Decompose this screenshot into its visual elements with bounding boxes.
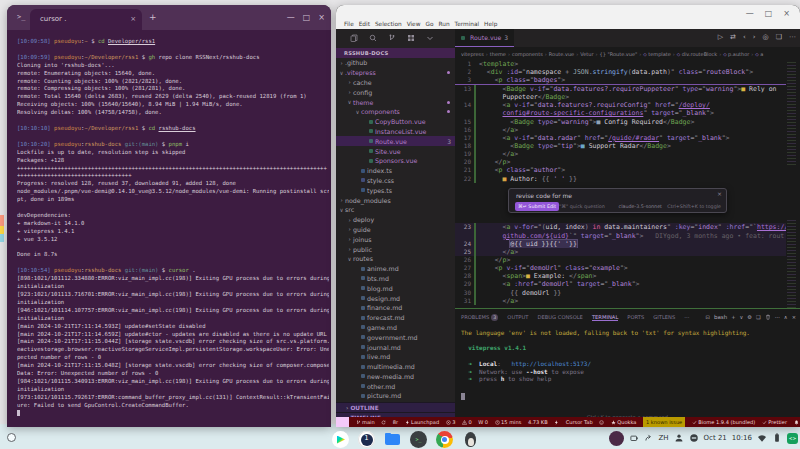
explorer-item-route-vue[interactable]: Route.vue3 — [336, 136, 455, 146]
explorer-item-copybutton-vue[interactable]: CopyButton.vue — [336, 117, 455, 127]
status-item-quokka[interactable]: Quokka — [611, 419, 637, 425]
menu-file[interactable]: File — [344, 21, 354, 27]
explorer-item-style-css[interactable]: style.css — [336, 176, 455, 186]
vscode-close-button[interactable]: × — [783, 9, 790, 18]
menu-terminal[interactable]: Terminal — [455, 21, 480, 27]
explorer-section-header[interactable]: RSSHUB-DOCS — [336, 48, 455, 58]
more-actions-icon[interactable]: ⋯ — [789, 33, 796, 41]
menu-run[interactable]: Run — [438, 21, 449, 27]
minimap[interactable] — [786, 60, 800, 308]
run-icon[interactable]: ▷ — [718, 33, 723, 41]
status-item[interactable] — [381, 420, 386, 425]
explorer-item-theme[interactable]: ∨theme — [336, 97, 455, 107]
explorer-item--vitepress[interactable]: ∨.vitepress — [336, 68, 455, 78]
explorer-item-cache[interactable]: ›cache — [336, 78, 455, 88]
submit-edit-button[interactable]: ⌘↵ Submit Edit — [515, 202, 559, 211]
menu-help[interactable]: Help — [484, 21, 497, 27]
breadcrumb-item[interactable]: Vetur — [580, 51, 593, 57]
widget-close-icon[interactable]: × — [717, 190, 722, 197]
status-item-biome-1-9-4-bundled-[interactable]: Biome 1.9.4 (bundled) — [692, 419, 756, 425]
panel-close-icon[interactable]: × — [792, 314, 796, 320]
status-item-launchpad[interactable]: Launchpad — [405, 419, 440, 425]
sidebar-section-outline[interactable]: › OUTLINE — [336, 402, 455, 412]
status-item-prettier[interactable]: Prettier — [762, 419, 787, 425]
explorer-item-other-md[interactable]: other.md — [336, 381, 455, 391]
status-item[interactable] — [794, 420, 799, 425]
shelf-app-chrome[interactable] — [436, 431, 453, 448]
breadcrumb-item[interactable]: vitepress — [461, 51, 484, 57]
status-item-8r[interactable]: 8r — [393, 419, 398, 425]
widget-input[interactable]: revise code for me — [516, 192, 572, 199]
settings-gear-icon[interactable]: ⚙ — [747, 314, 752, 320]
explorer-item-guide[interactable]: ›guide — [336, 225, 455, 235]
explorer-item-types-ts[interactable]: types.ts — [336, 185, 455, 195]
launcher-button[interactable] — [7, 433, 16, 442]
breadcrumb-item[interactable]: Route.vue — [549, 51, 574, 57]
menu-selection[interactable]: Selection — [375, 21, 402, 27]
tray-date[interactable]: Oct 21 — [704, 434, 727, 442]
panel-terminal-output[interactable]: The language 'env' is not loaded, fallin… — [461, 329, 791, 383]
terminal-tab-close-icon[interactable]: × — [130, 9, 136, 30]
terminal-new-tab-button[interactable]: + — [149, 5, 157, 30]
explorer-item-deploy[interactable]: ›deploy — [336, 215, 455, 225]
vscode-statusbar[interactable]: main8rLaunchpad30W 015 mins4.73 KBCursor… — [336, 417, 800, 427]
breadcrumb-item[interactable]: ◇ template — [643, 51, 670, 57]
explorer-item-public[interactable]: ›public — [336, 244, 455, 254]
ime-indicator[interactable]: ZH — [659, 434, 669, 442]
explorer-item--github[interactable]: ›.github — [336, 58, 455, 68]
panel-action-icons[interactable]: ⊡ bash + ∨ ⚙ ❏ ⋯ ∧ × — [706, 311, 796, 323]
status-item[interactable] — [336, 417, 349, 427]
explorer-item-game-md[interactable]: game.md — [336, 323, 455, 333]
explorer-item-live-md[interactable]: live.md — [336, 352, 455, 362]
forward-icon[interactable]: › — [753, 33, 756, 41]
panel-tabs-more-icon[interactable]: ⋯ — [684, 314, 689, 320]
explorer-item-bts-md[interactable]: bts.md — [336, 274, 455, 284]
widget-model-label[interactable]: claude-3.5-sonnet — [619, 204, 662, 209]
terminal-maximize-button[interactable]: □ — [303, 5, 311, 30]
editor-action-icons[interactable]: ▷ ⇄ ‹ › ◎ ❏ ⋯ — [718, 33, 796, 41]
explorer-item-blog-md[interactable]: blog.md — [336, 283, 455, 293]
status-item-cursor-tab[interactable]: Cursor Tab — [566, 419, 593, 425]
explorer-item-components[interactable]: ∨components — [336, 107, 455, 117]
breadcrumb[interactable]: vitepress›theme›components›Route.vue›Vet… — [461, 47, 797, 60]
shelf-app-1password[interactable] — [358, 431, 375, 448]
terminal-output[interactable]: [10:09:58] pseudoyu:~ $ cd Developer/rss… — [17, 38, 329, 424]
breadcrumb-item[interactable]: components — [512, 51, 543, 57]
menu-edit[interactable]: Edit — [359, 21, 370, 27]
panel-tabs[interactable]: PROBLEMS 3OUTPUTDEBUG CONSOLETERMINALPOR… — [461, 311, 689, 323]
terminal-tab[interactable]: cursor . × — [30, 9, 142, 30]
explorer-item-picture-md[interactable]: picture.md — [336, 391, 455, 401]
explorer-item-node-modules[interactable]: ›node_modules — [336, 195, 455, 205]
explorer-item-instancelist-vue[interactable]: InstanceList.vue — [336, 127, 455, 137]
status-item-15-mins[interactable]: 15 mins — [495, 419, 522, 425]
avatar[interactable] — [609, 431, 624, 446]
shelf-app-files[interactable] — [384, 431, 401, 448]
breadcrumb-item[interactable]: ◇ a — [755, 51, 763, 57]
panel-tab-problems[interactable]: PROBLEMS 3 — [461, 314, 498, 321]
explorer-item-index-ts[interactable]: index.ts — [336, 166, 455, 176]
shelf-app-linux-penguin[interactable] — [462, 431, 479, 448]
status-item[interactable] — [599, 420, 604, 425]
panel-tab-gitlens[interactable]: GITLENS — [653, 314, 675, 320]
panel-maximize-icon[interactable]: ∧ — [784, 314, 788, 320]
breadcrumb-item[interactable]: {} "Route.vue" — [599, 51, 637, 57]
explorer-item-config[interactable]: ›config — [336, 87, 455, 97]
new-terminal-icon[interactable]: + — [731, 314, 735, 320]
shelf-app-play-store[interactable] — [332, 431, 349, 448]
explorer-item-joinus[interactable]: ›joinus — [336, 234, 455, 244]
panel-tab-ports[interactable]: PORTS — [627, 314, 644, 320]
status-item-1-known-issue[interactable]: 1 known issue — [643, 417, 685, 427]
vscode-maximize-button[interactable]: □ — [765, 9, 773, 18]
menu-view[interactable]: View — [407, 21, 421, 27]
explorer-item-design-md[interactable]: design.md — [336, 293, 455, 303]
breadcrumb-item[interactable]: ◇ div.routeBlock — [677, 51, 717, 57]
explorer-item-multimedia-md[interactable]: multimedia.md — [336, 362, 455, 372]
vscode-titlebar[interactable]: FileEditSelectionViewGoRunTerminalHelp —… — [336, 5, 800, 29]
explorer-item-journal-md[interactable]: journal.md — [336, 342, 455, 352]
status-item-3[interactable]: 3 — [446, 419, 456, 425]
run-circle-icon[interactable]: ◎ — [763, 33, 769, 41]
explorer-item-finance-md[interactable]: finance.md — [336, 303, 455, 313]
code-app-badge[interactable]: <> — [787, 433, 798, 444]
terminal-close-button[interactable]: × — [318, 5, 325, 30]
menu-go[interactable]: Go — [425, 21, 433, 27]
